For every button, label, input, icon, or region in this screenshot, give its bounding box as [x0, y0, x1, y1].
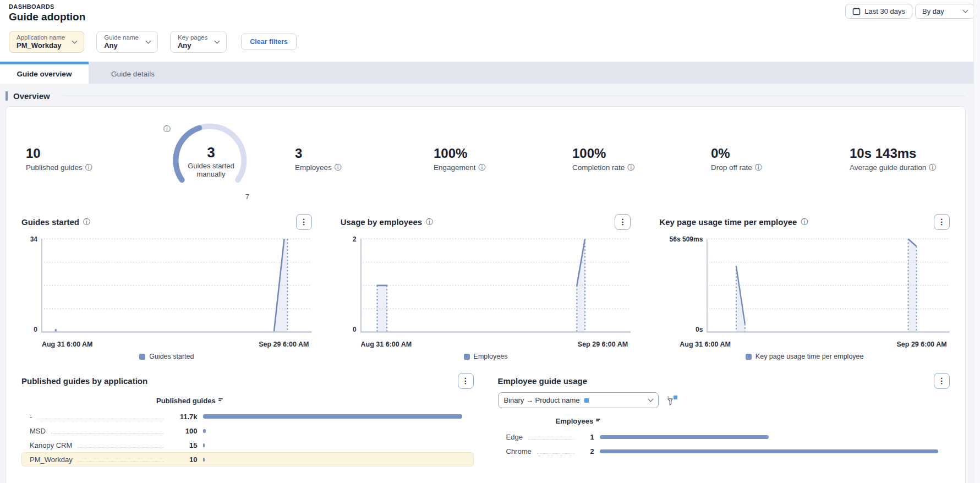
- leader-dots: [537, 453, 574, 454]
- x-axis-end-label: Sep 29 6:00 AM: [578, 341, 628, 348]
- chart-menu-button[interactable]: [934, 373, 950, 389]
- filter-application-name[interactable]: Application name PM_Workday: [9, 31, 84, 53]
- bar[interactable]: [600, 435, 769, 439]
- info-icon[interactable]: [929, 164, 936, 171]
- bottom-row: Published guides by application Publishe…: [21, 372, 950, 466]
- panel-published-guides-by-application: Published guides by application Publishe…: [21, 372, 474, 466]
- kpi-engagement: 100% Engagement: [395, 146, 534, 172]
- filter-label: Key pages: [178, 34, 207, 41]
- kpi-drop-off-rate: 0% Drop off rate: [672, 146, 811, 172]
- gauge-label: Guides started manually: [180, 162, 242, 179]
- kpi-label: Published guides: [26, 163, 83, 172]
- y-axis-min: 0s: [696, 326, 703, 333]
- tab-guide-overview[interactable]: Guide overview: [0, 62, 89, 84]
- row-value: 2: [580, 447, 594, 455]
- segment-wand-icon[interactable]: [666, 394, 678, 407]
- leader-dots: [37, 419, 163, 419]
- row-value: 1: [580, 433, 594, 441]
- filter-label: Application name: [17, 34, 65, 41]
- breakdown-select[interactable]: Binary → Product name: [498, 392, 659, 408]
- granularity-value: By day: [922, 7, 944, 15]
- clear-filters-button[interactable]: Clear filters: [241, 34, 297, 50]
- tab-guide-details[interactable]: Guide details: [89, 62, 177, 84]
- bar-row-pm-workday[interactable]: PM_Workday 10: [21, 452, 474, 466]
- kpi-value: 3: [295, 146, 395, 161]
- legend-label: Employees: [474, 353, 508, 360]
- kpi-completion-rate: 100% Completion rate: [534, 146, 672, 172]
- section-title: Overview: [13, 91, 50, 101]
- line-area-plot[interactable]: [41, 234, 312, 339]
- bar[interactable]: [203, 458, 205, 462]
- legend-label: Guides started: [149, 353, 194, 360]
- kpi-value: 10: [26, 146, 166, 161]
- column-header-published-guides[interactable]: Published guides: [156, 397, 474, 405]
- info-icon[interactable]: [85, 164, 92, 171]
- overview-section-header: Overview: [0, 84, 980, 106]
- line-area-plot[interactable]: [707, 234, 950, 339]
- granularity-select[interactable]: By day: [915, 4, 974, 19]
- bar[interactable]: [203, 443, 205, 447]
- x-axis-end-label: Sep 29 6:00 AM: [259, 341, 309, 348]
- row-value: 100: [169, 427, 198, 435]
- info-icon[interactable]: [801, 218, 808, 226]
- bar[interactable]: [600, 449, 938, 453]
- chart-menu-button[interactable]: [458, 373, 474, 389]
- kpi-row: 10 Published guides 3 Guides started man…: [21, 107, 950, 210]
- info-icon[interactable]: [163, 125, 171, 133]
- bar-row-kanopy-crm[interactable]: Kanopy CRM 15: [21, 438, 474, 452]
- panel-employee-guide-usage: Employee guide usage Binary → Product na…: [498, 372, 950, 466]
- scrollbar-track[interactable]: [973, 0, 980, 483]
- date-range-button[interactable]: Last 30 days: [845, 4, 912, 19]
- info-icon[interactable]: [627, 164, 634, 171]
- kpi-value: 100%: [434, 146, 534, 161]
- chart-key-page-usage-time: Key page usage time per employee 56s 509…: [659, 212, 950, 360]
- breakdown-swatch: [584, 398, 589, 403]
- chart-guides-started: Guides started 34 0: [21, 212, 312, 360]
- leader-dots: [528, 439, 574, 440]
- bar-row-chrome[interactable]: Chrome 2: [498, 444, 950, 458]
- bar-row-msd[interactable]: MSD 100: [21, 424, 474, 438]
- info-icon[interactable]: [335, 164, 342, 171]
- overview-card: 10 Published guides 3 Guides started man…: [6, 106, 966, 483]
- column-header-employees[interactable]: Employees: [556, 417, 950, 425]
- filter-key-pages[interactable]: Key pages Any: [170, 31, 227, 53]
- row-label: Chrome: [506, 447, 532, 455]
- row-value: 11.7k: [169, 413, 198, 421]
- x-axis-end-label: Sep 29 6:00 AM: [897, 341, 947, 348]
- kpi-published-guides: 10 Published guides: [26, 146, 166, 172]
- page-title: Guide adoption: [9, 11, 972, 23]
- y-axis-max: 34: [30, 235, 37, 243]
- chevron-down-icon: [215, 38, 220, 43]
- info-icon[interactable]: [426, 218, 433, 226]
- row-value: 10: [169, 455, 198, 464]
- gauge-value: 3: [166, 144, 256, 161]
- x-axis-start-label: Aug 31 6:00 AM: [680, 341, 731, 348]
- filter-label: Guide name: [104, 34, 139, 41]
- chevron-down-icon: [72, 38, 78, 43]
- bar[interactable]: [203, 429, 206, 433]
- bar-row-blank-app[interactable]: - 11.7k: [21, 409, 474, 424]
- chart-menu-button[interactable]: [296, 214, 312, 230]
- tab-bar: Guide overview Guide details: [0, 62, 980, 84]
- panel-title: Published guides by application: [21, 376, 147, 386]
- y-axis-max: 2: [353, 235, 357, 243]
- chart-usage-by-employees: Usage by employees 2 0: [341, 212, 631, 360]
- y-axis-max: 56s 509ms: [670, 235, 703, 243]
- info-icon[interactable]: [479, 164, 486, 171]
- y-axis-min: 0: [34, 326, 37, 333]
- chart-menu-button[interactable]: [934, 214, 950, 230]
- info-icon[interactable]: [83, 218, 90, 226]
- date-range-label: Last 30 days: [864, 7, 905, 15]
- filter-guide-name[interactable]: Guide name Any: [96, 31, 158, 53]
- info-icon[interactable]: [755, 164, 762, 171]
- calendar-icon: [852, 7, 861, 15]
- x-axis-start-label: Aug 31 6:00 AM: [361, 341, 412, 348]
- kpi-average-guide-duration: 10s 143ms Average guide duration: [811, 146, 950, 172]
- line-area-plot[interactable]: [360, 234, 631, 339]
- chart-legend: Key page usage time per employee: [659, 353, 950, 360]
- chart-title: Key page usage time per employee: [659, 217, 797, 227]
- bar-row-edge[interactable]: Edge 1: [498, 430, 950, 444]
- bar[interactable]: [203, 414, 462, 419]
- row-label: PM_Workday: [30, 455, 73, 464]
- chart-menu-button[interactable]: [615, 214, 631, 230]
